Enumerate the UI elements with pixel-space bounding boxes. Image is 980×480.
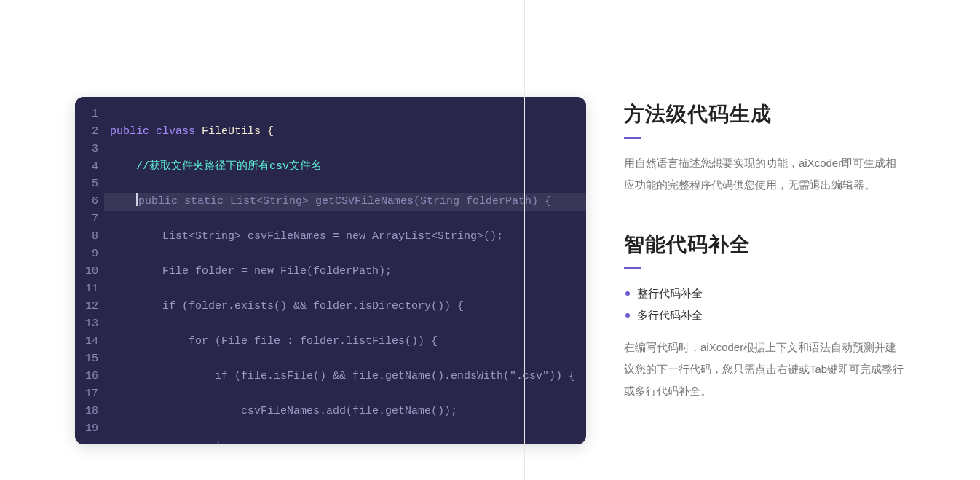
list-item: 多行代码补全 [624, 304, 907, 326]
code-line-8: if (file.isFile() && file.getName().ends… [110, 368, 586, 385]
feature-code-completion: 智能代码补全 整行代码补全 多行代码补全 在编写代码时，aiXcoder根据上下… [624, 231, 907, 402]
cursor-icon [136, 193, 138, 206]
code-body[interactable]: public clvass FileUtils { //获取文件夹路径下的所有c… [104, 97, 586, 444]
code-line-6: if (folder.exists() && folder.isDirector… [110, 298, 586, 315]
list-item: 整行代码补全 [624, 283, 907, 304]
feature-title: 智能代码补全 [624, 231, 907, 259]
code-line-10: } [110, 438, 586, 444]
code-line-4: List<String> csvFileNames = new ArrayLis… [110, 228, 586, 245]
code-line-2: //获取文件夹路径下的所有csv文件名 [110, 158, 586, 176]
title-underline [624, 137, 641, 139]
code-line-9: csvFileNames.add(file.getName()); [110, 403, 586, 420]
code-line-1: public clvass FileUtils { [110, 123, 586, 141]
feature-description: 用自然语言描述您想要实现的功能，aiXcoder即可生成相应功能的完整程序代码供… [624, 152, 907, 196]
feature-title: 方法级代码生成 [624, 101, 907, 128]
code-line-5: File folder = new File(folderPath); [110, 263, 586, 280]
title-underline [624, 267, 641, 269]
code-editor[interactable]: 1 2 3 4 5 6 7 8 9 10 11 12 13 14 15 16 1 [75, 97, 586, 444]
code-line-7: for (File file : folder.listFiles()) { [110, 333, 586, 350]
feature-bullet-list: 整行代码补全 多行代码补全 [624, 283, 907, 326]
code-line-3-suggestion[interactable]: public static List<String> getCSVFileNam… [104, 193, 586, 211]
line-number-gutter: 1 2 3 4 5 6 7 8 9 10 11 12 13 14 15 16 1 [75, 97, 104, 444]
feature-description: 在编写代码时，aiXcoder根据上下文和语法自动预测并建议您的下一行代码，您只… [624, 337, 907, 402]
feature-method-generation: 方法级代码生成 用自然语言描述您想要实现的功能，aiXcoder即可生成相应功能… [624, 101, 907, 196]
